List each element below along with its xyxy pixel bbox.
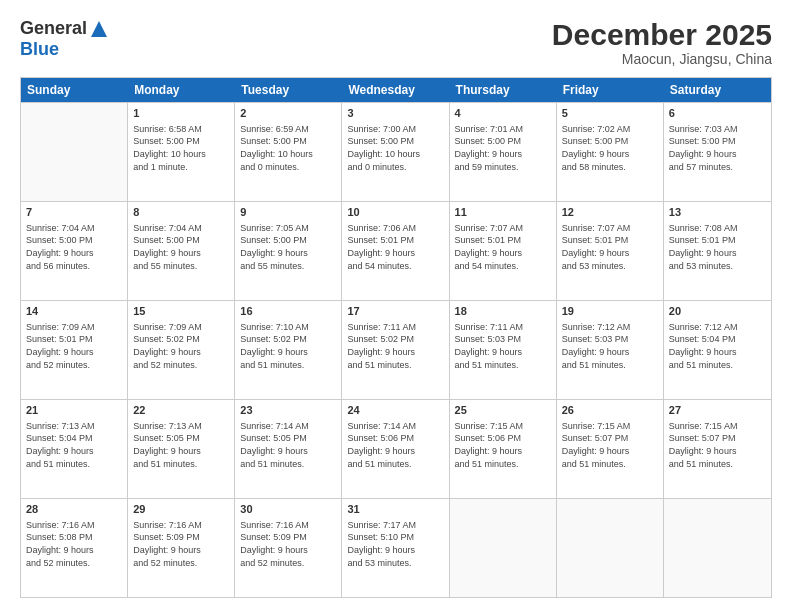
calendar-row-0: 1Sunrise: 6:58 AM Sunset: 5:00 PM Daylig… bbox=[21, 102, 771, 201]
day-number: 26 bbox=[562, 403, 658, 418]
day-number: 27 bbox=[669, 403, 766, 418]
day-number: 12 bbox=[562, 205, 658, 220]
calendar-cell: 8Sunrise: 7:04 AM Sunset: 5:00 PM Daylig… bbox=[128, 202, 235, 300]
cell-info: Sunrise: 7:14 AM Sunset: 5:05 PM Dayligh… bbox=[240, 420, 336, 470]
day-number: 6 bbox=[669, 106, 766, 121]
calendar-cell: 11Sunrise: 7:07 AM Sunset: 5:01 PM Dayli… bbox=[450, 202, 557, 300]
calendar-cell: 31Sunrise: 7:17 AM Sunset: 5:10 PM Dayli… bbox=[342, 499, 449, 597]
cell-info: Sunrise: 7:11 AM Sunset: 5:02 PM Dayligh… bbox=[347, 321, 443, 371]
day-number: 4 bbox=[455, 106, 551, 121]
cell-info: Sunrise: 7:16 AM Sunset: 5:09 PM Dayligh… bbox=[240, 519, 336, 569]
day-number: 18 bbox=[455, 304, 551, 319]
day-number: 13 bbox=[669, 205, 766, 220]
cell-info: Sunrise: 7:09 AM Sunset: 5:01 PM Dayligh… bbox=[26, 321, 122, 371]
day-number: 19 bbox=[562, 304, 658, 319]
cell-info: Sunrise: 7:02 AM Sunset: 5:00 PM Dayligh… bbox=[562, 123, 658, 173]
weekday-header-monday: Monday bbox=[128, 78, 235, 102]
weekday-header-wednesday: Wednesday bbox=[342, 78, 449, 102]
calendar-cell: 3Sunrise: 7:00 AM Sunset: 5:00 PM Daylig… bbox=[342, 103, 449, 201]
calendar-cell: 2Sunrise: 6:59 AM Sunset: 5:00 PM Daylig… bbox=[235, 103, 342, 201]
day-number: 1 bbox=[133, 106, 229, 121]
calendar-cell: 14Sunrise: 7:09 AM Sunset: 5:01 PM Dayli… bbox=[21, 301, 128, 399]
cell-info: Sunrise: 7:03 AM Sunset: 5:00 PM Dayligh… bbox=[669, 123, 766, 173]
month-title: December 2025 bbox=[552, 18, 772, 51]
cell-info: Sunrise: 7:12 AM Sunset: 5:03 PM Dayligh… bbox=[562, 321, 658, 371]
calendar-cell: 5Sunrise: 7:02 AM Sunset: 5:00 PM Daylig… bbox=[557, 103, 664, 201]
calendar-cell: 18Sunrise: 7:11 AM Sunset: 5:03 PM Dayli… bbox=[450, 301, 557, 399]
cell-info: Sunrise: 7:15 AM Sunset: 5:07 PM Dayligh… bbox=[669, 420, 766, 470]
weekday-header-friday: Friday bbox=[557, 78, 664, 102]
calendar-row-1: 7Sunrise: 7:04 AM Sunset: 5:00 PM Daylig… bbox=[21, 201, 771, 300]
cell-info: Sunrise: 7:05 AM Sunset: 5:00 PM Dayligh… bbox=[240, 222, 336, 272]
day-number: 20 bbox=[669, 304, 766, 319]
logo-blue-text: Blue bbox=[20, 39, 59, 60]
day-number: 2 bbox=[240, 106, 336, 121]
cell-info: Sunrise: 7:01 AM Sunset: 5:00 PM Dayligh… bbox=[455, 123, 551, 173]
calendar-cell: 6Sunrise: 7:03 AM Sunset: 5:00 PM Daylig… bbox=[664, 103, 771, 201]
day-number: 10 bbox=[347, 205, 443, 220]
cell-info: Sunrise: 7:04 AM Sunset: 5:00 PM Dayligh… bbox=[26, 222, 122, 272]
calendar: SundayMondayTuesdayWednesdayThursdayFrid… bbox=[20, 77, 772, 598]
calendar-row-3: 21Sunrise: 7:13 AM Sunset: 5:04 PM Dayli… bbox=[21, 399, 771, 498]
svg-marker-0 bbox=[91, 21, 107, 37]
cell-info: Sunrise: 7:12 AM Sunset: 5:04 PM Dayligh… bbox=[669, 321, 766, 371]
cell-info: Sunrise: 7:08 AM Sunset: 5:01 PM Dayligh… bbox=[669, 222, 766, 272]
cell-info: Sunrise: 7:13 AM Sunset: 5:05 PM Dayligh… bbox=[133, 420, 229, 470]
calendar-cell: 27Sunrise: 7:15 AM Sunset: 5:07 PM Dayli… bbox=[664, 400, 771, 498]
header: General Blue December 2025 Maocun, Jiang… bbox=[20, 18, 772, 67]
day-number: 29 bbox=[133, 502, 229, 517]
calendar-body: 1Sunrise: 6:58 AM Sunset: 5:00 PM Daylig… bbox=[21, 102, 771, 597]
day-number: 21 bbox=[26, 403, 122, 418]
logo-general-text: General bbox=[20, 18, 87, 39]
calendar-cell: 13Sunrise: 7:08 AM Sunset: 5:01 PM Dayli… bbox=[664, 202, 771, 300]
cell-info: Sunrise: 6:59 AM Sunset: 5:00 PM Dayligh… bbox=[240, 123, 336, 173]
calendar-cell: 4Sunrise: 7:01 AM Sunset: 5:00 PM Daylig… bbox=[450, 103, 557, 201]
weekday-header-thursday: Thursday bbox=[450, 78, 557, 102]
calendar-cell: 20Sunrise: 7:12 AM Sunset: 5:04 PM Dayli… bbox=[664, 301, 771, 399]
weekday-header-sunday: Sunday bbox=[21, 78, 128, 102]
cell-info: Sunrise: 7:11 AM Sunset: 5:03 PM Dayligh… bbox=[455, 321, 551, 371]
logo-icon bbox=[89, 19, 109, 39]
day-number: 7 bbox=[26, 205, 122, 220]
day-number: 3 bbox=[347, 106, 443, 121]
day-number: 31 bbox=[347, 502, 443, 517]
day-number: 22 bbox=[133, 403, 229, 418]
day-number: 14 bbox=[26, 304, 122, 319]
calendar-cell: 12Sunrise: 7:07 AM Sunset: 5:01 PM Dayli… bbox=[557, 202, 664, 300]
day-number: 25 bbox=[455, 403, 551, 418]
day-number: 5 bbox=[562, 106, 658, 121]
calendar-cell: 23Sunrise: 7:14 AM Sunset: 5:05 PM Dayli… bbox=[235, 400, 342, 498]
day-number: 9 bbox=[240, 205, 336, 220]
cell-info: Sunrise: 7:04 AM Sunset: 5:00 PM Dayligh… bbox=[133, 222, 229, 272]
day-number: 8 bbox=[133, 205, 229, 220]
calendar-cell: 7Sunrise: 7:04 AM Sunset: 5:00 PM Daylig… bbox=[21, 202, 128, 300]
cell-info: Sunrise: 7:16 AM Sunset: 5:08 PM Dayligh… bbox=[26, 519, 122, 569]
day-number: 15 bbox=[133, 304, 229, 319]
cell-info: Sunrise: 7:15 AM Sunset: 5:07 PM Dayligh… bbox=[562, 420, 658, 470]
day-number: 28 bbox=[26, 502, 122, 517]
calendar-header: SundayMondayTuesdayWednesdayThursdayFrid… bbox=[21, 78, 771, 102]
cell-info: Sunrise: 7:09 AM Sunset: 5:02 PM Dayligh… bbox=[133, 321, 229, 371]
calendar-cell bbox=[664, 499, 771, 597]
cell-info: Sunrise: 7:15 AM Sunset: 5:06 PM Dayligh… bbox=[455, 420, 551, 470]
calendar-cell: 1Sunrise: 6:58 AM Sunset: 5:00 PM Daylig… bbox=[128, 103, 235, 201]
calendar-cell: 21Sunrise: 7:13 AM Sunset: 5:04 PM Dayli… bbox=[21, 400, 128, 498]
calendar-cell: 17Sunrise: 7:11 AM Sunset: 5:02 PM Dayli… bbox=[342, 301, 449, 399]
weekday-header-tuesday: Tuesday bbox=[235, 78, 342, 102]
logo: General Blue bbox=[20, 18, 109, 60]
day-number: 30 bbox=[240, 502, 336, 517]
cell-info: Sunrise: 7:17 AM Sunset: 5:10 PM Dayligh… bbox=[347, 519, 443, 569]
calendar-cell bbox=[21, 103, 128, 201]
cell-info: Sunrise: 7:10 AM Sunset: 5:02 PM Dayligh… bbox=[240, 321, 336, 371]
calendar-cell: 26Sunrise: 7:15 AM Sunset: 5:07 PM Dayli… bbox=[557, 400, 664, 498]
calendar-cell: 24Sunrise: 7:14 AM Sunset: 5:06 PM Dayli… bbox=[342, 400, 449, 498]
day-number: 16 bbox=[240, 304, 336, 319]
day-number: 17 bbox=[347, 304, 443, 319]
calendar-cell bbox=[557, 499, 664, 597]
cell-info: Sunrise: 7:07 AM Sunset: 5:01 PM Dayligh… bbox=[455, 222, 551, 272]
calendar-row-4: 28Sunrise: 7:16 AM Sunset: 5:08 PM Dayli… bbox=[21, 498, 771, 597]
day-number: 23 bbox=[240, 403, 336, 418]
cell-info: Sunrise: 7:00 AM Sunset: 5:00 PM Dayligh… bbox=[347, 123, 443, 173]
location-title: Maocun, Jiangsu, China bbox=[552, 51, 772, 67]
calendar-cell: 15Sunrise: 7:09 AM Sunset: 5:02 PM Dayli… bbox=[128, 301, 235, 399]
